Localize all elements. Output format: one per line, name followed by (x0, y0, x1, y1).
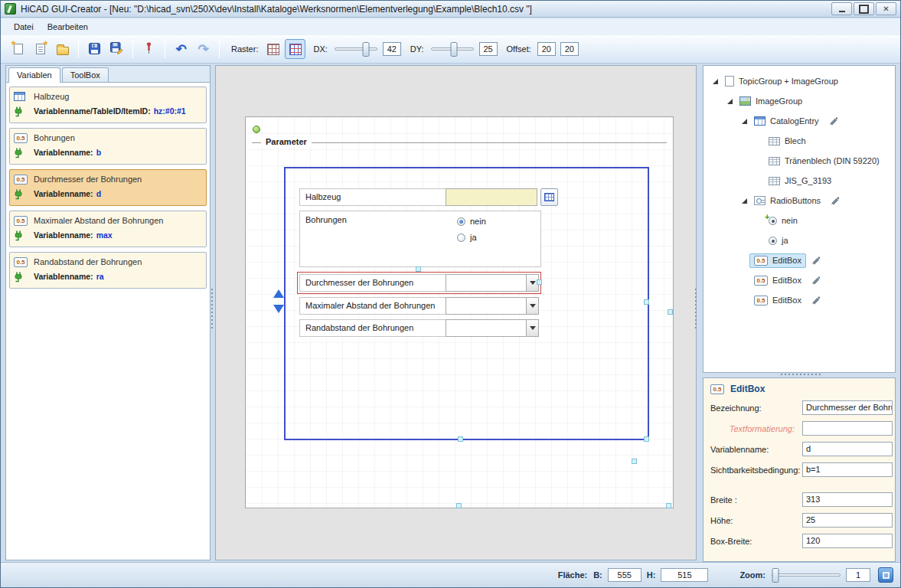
radio-option[interactable]: ja (457, 233, 486, 242)
right-splitter[interactable] (694, 288, 697, 329)
selection-handle[interactable] (458, 436, 463, 442)
panel-tabs: VariablenToolBox (6, 66, 210, 83)
property-input[interactable]: 120 (802, 534, 893, 548)
variable-card[interactable]: Maximaler Abstand der BohrungenVariablen… (9, 211, 207, 247)
save-as-button[interactable] (106, 39, 127, 59)
variable-card[interactable]: BohrungenVariablenname:b (9, 128, 207, 165)
offset-y-field[interactable]: 20 (560, 42, 579, 56)
grid-button[interactable] (263, 39, 283, 59)
selection-handle[interactable] (416, 266, 421, 272)
editbox-icon (754, 296, 768, 305)
tree-item-editbox[interactable]: EditBox (703, 270, 895, 290)
toolbar-label: Offset: (507, 44, 531, 54)
zoom-field[interactable]: 1 (846, 568, 870, 582)
tree-label: Tränenblech (DIN 59220) (785, 156, 880, 165)
expander-icon[interactable] (710, 78, 720, 85)
dx-field[interactable]: 42 (383, 42, 401, 56)
grid-icon (267, 44, 279, 55)
minimize-button[interactable] (831, 2, 852, 15)
selection-handle[interactable] (644, 436, 649, 442)
variables-panel: VariablenToolBox HalbzeugVariablenname/T… (5, 65, 211, 560)
tree-item-nein[interactable]: nein (703, 211, 895, 230)
tree-item-editbox[interactable]: EditBox (703, 250, 895, 270)
dy-slider[interactable] (430, 42, 475, 57)
property-input[interactable] (802, 421, 893, 436)
expander-icon[interactable] (739, 198, 749, 204)
origin-handle[interactable] (253, 126, 260, 133)
editbox-icon (754, 256, 768, 266)
selection-handle[interactable] (456, 503, 462, 508)
panel-splitter[interactable] (780, 373, 821, 376)
table-icon (769, 157, 780, 165)
property-row: Höhe:25 (703, 510, 895, 531)
property-input[interactable]: b=1 (802, 462, 893, 477)
radio-option[interactable]: nein (457, 217, 486, 226)
menu-item-bearbeiten[interactable]: Bearbeiten (41, 20, 95, 34)
maximize-button[interactable] (854, 2, 874, 15)
expander-icon[interactable] (724, 98, 735, 105)
tab-variablen[interactable]: Variablen (8, 67, 60, 83)
tree-item-catalogentry[interactable]: CatalogEntry (703, 111, 895, 131)
selection-handle[interactable] (666, 503, 671, 508)
edit-pencil-button[interactable] (811, 276, 821, 286)
property-input[interactable]: Durchmesser der Bohrungen (802, 400, 893, 415)
property-input[interactable]: d (802, 442, 893, 456)
move-down-handle[interactable] (273, 305, 284, 313)
form-dropdown[interactable] (446, 319, 539, 337)
selection-handle[interactable] (644, 299, 649, 305)
tree-item-imagegroup[interactable]: ImageGroup (703, 91, 895, 111)
tab-toolbox[interactable]: ToolBox (62, 67, 109, 82)
selection-handle[interactable] (537, 279, 542, 285)
form-dropdown[interactable] (446, 297, 539, 315)
slider-thumb[interactable] (451, 42, 458, 57)
edit-pencil-button[interactable] (830, 196, 840, 206)
edit-pencil-button[interactable] (828, 116, 838, 126)
expander-icon[interactable] (739, 118, 749, 125)
tree-item-jis-g-3193[interactable]: JIS_G_3193 (703, 171, 895, 191)
selection-handle[interactable] (632, 459, 637, 464)
properties-header: EditBox (703, 378, 895, 397)
new-file-button[interactable] (8, 39, 28, 59)
dx-slider[interactable] (334, 42, 378, 57)
variable-card[interactable]: Durchmesser der BohrungenVariablenname:d (9, 169, 207, 206)
tree-item-tr-nenblech-din-59220-[interactable]: Tränenblech (DIN 59220) (703, 151, 895, 171)
dropdown-arrow-button[interactable] (526, 320, 538, 336)
slider-thumb[interactable] (772, 568, 779, 583)
undo-button[interactable] (171, 39, 191, 59)
flaeche-h-field[interactable]: 515 (661, 568, 708, 582)
slider-thumb[interactable] (362, 42, 369, 57)
edit-pencil-button[interactable] (811, 296, 821, 305)
save-button[interactable] (84, 39, 105, 59)
fit-view-button[interactable] (878, 567, 893, 583)
property-input[interactable]: 25 (802, 513, 893, 528)
open-button[interactable] (52, 39, 73, 59)
variable-card[interactable]: HalbzeugVariablenname/TableID/ItemID:hz:… (9, 87, 207, 123)
offset-x-field[interactable]: 20 (537, 42, 556, 56)
selection-handle[interactable] (668, 309, 673, 315)
variable-card[interactable]: Randabstand der BohrungenVariablenname:r… (9, 252, 207, 289)
edit-pencil-button[interactable] (811, 256, 821, 266)
zoom-slider[interactable] (771, 568, 841, 583)
tree-item-blech[interactable]: Blech (703, 131, 895, 151)
tree-item-ja[interactable]: ja (703, 230, 895, 250)
tree-item-topicgroup-imagegroup[interactable]: TopicGroup + ImageGroup (703, 71, 895, 91)
pin-icon (145, 42, 152, 56)
dy-field[interactable]: 25 (479, 42, 498, 56)
grid-colored-button[interactable] (285, 39, 305, 59)
move-up-handle[interactable] (273, 289, 284, 298)
menu-item-datei[interactable]: Datei (7, 20, 41, 34)
close-button[interactable] (876, 2, 896, 15)
halbzeug-catalog-button[interactable] (540, 188, 558, 206)
halbzeug-input[interactable] (446, 188, 537, 206)
tree-item-editbox[interactable]: EditBox (703, 290, 895, 310)
form-dropdown[interactable] (446, 274, 539, 292)
pin-button[interactable] (139, 39, 159, 59)
redo-button[interactable] (193, 39, 214, 59)
tree-item-radiobuttons[interactable]: RadioButtons (703, 191, 895, 211)
left-splitter[interactable] (211, 288, 214, 329)
property-input[interactable]: 313 (802, 492, 893, 507)
dropdown-arrow-button[interactable] (526, 298, 538, 314)
flaeche-b-field[interactable]: 555 (608, 568, 641, 582)
form-page[interactable]: Parameter Halbzeug Bohrungen neinja Durc… (245, 116, 674, 508)
new-from-template-button[interactable] (30, 39, 51, 59)
